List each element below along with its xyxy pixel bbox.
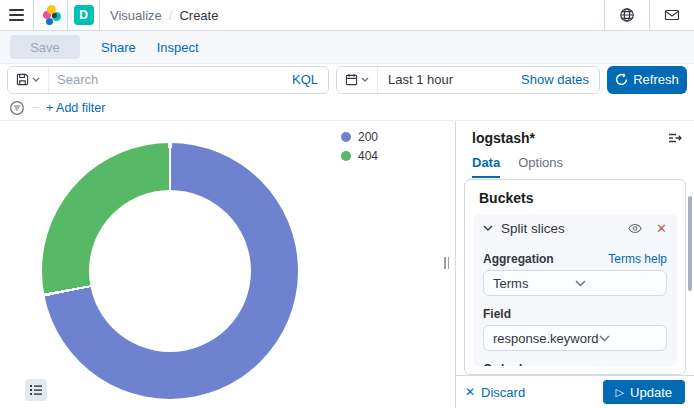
buckets-card: Buckets Split slices ✕ [464,179,686,375]
toggle-visibility-button[interactable] [628,223,642,234]
legend-item-404[interactable]: 404 [341,149,378,163]
add-filter-button[interactable]: + Add filter [46,101,105,115]
newsfeed-button[interactable] [650,7,694,23]
chart-legend: 200 404 [341,130,378,163]
date-quick-menu-button[interactable] [337,67,378,93]
visualization-area: 200 404 logstash* [0,120,694,408]
envelope-icon [664,7,680,23]
field-select[interactable]: response.keyword [483,325,667,351]
aggregation-select[interactable]: Terms [483,270,667,296]
date-picker: Last 1 hour Show dates [336,66,600,94]
kibana-visualize-app: D Visualize / Create Save Share Inspect [0,0,694,408]
legend-dot [341,151,351,161]
vis-editor-panel: logstash* Data Options Buckets [455,121,694,408]
globe-icon [619,7,635,23]
search-input[interactable] [49,67,282,93]
donut-chart[interactable] [42,143,298,399]
saved-query-menu-button[interactable] [8,67,49,93]
tab-data[interactable]: Data [472,155,500,178]
panel-footer: ✕ Discard ▷ Update [456,375,694,408]
share-button[interactable]: Share [101,40,136,55]
breadcrumb-visualize[interactable]: Visualize [110,8,162,23]
update-button[interactable]: ▷ Update [603,380,685,404]
elastic-logo-icon [41,5,61,25]
legend-item-200[interactable]: 200 [341,130,378,144]
legend-dot [341,132,351,142]
refresh-icon [615,73,628,86]
breadcrumb-create: Create [179,8,218,23]
menu-button[interactable] [0,9,33,21]
collapse-icon [668,132,682,144]
filter-options-icon [9,100,25,116]
breadcrumb: Visualize / Create [100,8,218,23]
chevron-down-icon [599,335,658,342]
panel-resize-handle[interactable] [444,257,449,269]
split-slices-section: Split slices ✕ Aggregation Terms help [473,214,677,366]
save-button[interactable]: Save [10,35,80,59]
help-button[interactable] [605,7,649,23]
close-icon: ✕ [465,385,475,399]
calendar-icon [345,73,358,86]
floppy-icon [16,73,29,86]
hamburger-icon [9,9,24,21]
remove-bucket-button[interactable]: ✕ [656,222,667,235]
home-button[interactable] [34,5,67,25]
query-language-button[interactable]: KQL [282,72,328,87]
accordion-toggle[interactable] [483,225,493,231]
chevron-down-icon [361,77,369,82]
chevron-down-icon [32,77,40,82]
buckets-heading: Buckets [473,188,677,214]
panel-scrollbar[interactable] [688,196,692,291]
chevron-down-icon [483,225,493,231]
order-by-label: Order by [483,362,533,366]
search-box: KQL [7,66,329,94]
play-icon: ▷ [616,386,624,399]
refresh-label: Refresh [633,72,679,87]
space-badge[interactable]: D [74,5,94,25]
time-range-value[interactable]: Last 1 hour [378,72,463,87]
bucket-type-label: Split slices [501,221,620,236]
filter-options-button[interactable] [9,100,25,116]
aggregation-label: Aggregation [483,252,554,266]
legend-label: 200 [358,130,378,144]
discard-button[interactable]: ✕ Discard [465,385,525,400]
terms-help-link[interactable]: Terms help [608,252,667,266]
field-label: Field [483,307,511,321]
list-icon [30,384,42,396]
collapse-panel-button[interactable] [668,132,682,144]
query-bar: KQL Last 1 hour Show dates Refresh [0,64,694,95]
legend-label: 404 [358,149,378,163]
eye-icon [628,223,642,234]
breadcrumb-separator: / [169,8,173,23]
inspect-button[interactable]: Inspect [157,40,199,55]
refresh-button[interactable]: Refresh [607,66,687,94]
index-pattern-title: logstash* [472,130,535,146]
divider [32,107,39,108]
legend-toggle-button[interactable] [25,379,47,401]
chevron-down-icon [575,280,657,287]
donut-hole [89,190,251,352]
top-header: D Visualize / Create [0,0,694,31]
bucket-form: Aggregation Terms help Terms Field [473,242,677,366]
action-bar: Save Share Inspect [0,31,694,64]
filter-bar: + Add filter [0,95,694,120]
tab-options[interactable]: Options [518,155,563,178]
editor-tabs: Data Options [456,146,694,178]
show-dates-button[interactable]: Show dates [511,72,599,87]
